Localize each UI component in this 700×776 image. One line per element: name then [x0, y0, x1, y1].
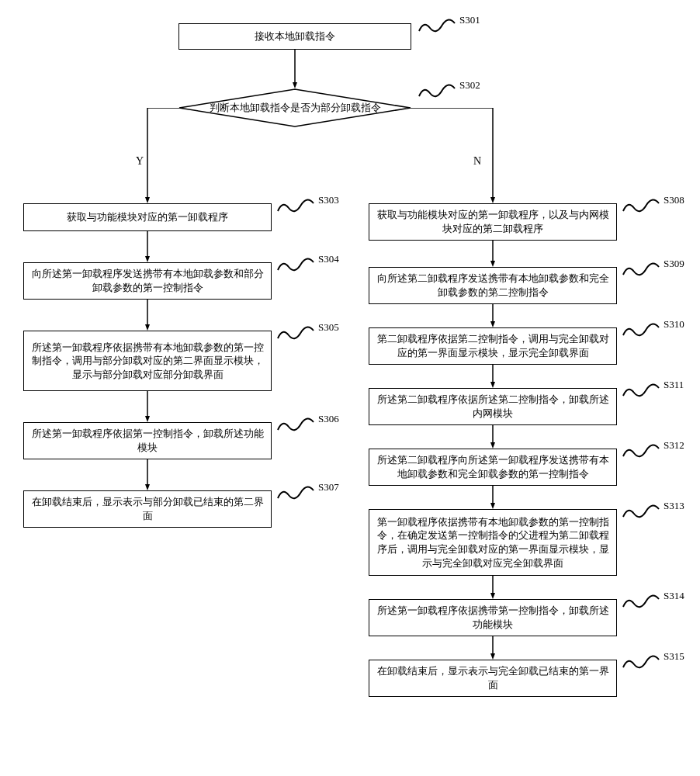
decision-s302: 判断本地卸载指令是否为部分卸载指令 — [178, 88, 411, 127]
svg-marker-4 — [490, 197, 495, 203]
squiggle-s315 — [622, 653, 660, 670]
step-s312: 所述第二卸载程序向所述第一卸载程序发送携带有本地卸载参数和完全卸载参数的第一控制… — [369, 449, 617, 486]
step-s314-text: 所述第一卸载程序依据携带第一控制指令，卸载所述功能模块 — [376, 604, 610, 631]
step-s312-text: 所述第二卸载程序向所述第一卸载程序发送携带有本地卸载参数和完全卸载参数的第一控制… — [376, 453, 610, 480]
step-s304-text: 向所述第一卸载程序发送携带有本地卸载参数和部分卸载参数的第一控制指令 — [30, 267, 265, 294]
squiggle-s303 — [276, 197, 315, 214]
step-s309: 向所述第二卸载程序发送携带有本地卸载参数和完全卸载参数的第二控制指令 — [369, 267, 617, 304]
step-s308: 获取与功能模块对应的第一卸载程序，以及与内网模块对应的第二卸载程序 — [369, 203, 617, 241]
svg-marker-1 — [293, 82, 297, 88]
svg-marker-20 — [490, 442, 495, 449]
label-s308: S308 — [664, 194, 684, 206]
label-s309: S309 — [664, 258, 684, 270]
label-s315: S315 — [664, 650, 684, 663]
label-s312: S312 — [664, 439, 684, 452]
squiggle-s310 — [622, 321, 660, 338]
label-s307: S307 — [318, 481, 339, 494]
label-s314: S314 — [664, 590, 684, 602]
label-s306: S306 — [318, 413, 339, 425]
svg-marker-6 — [145, 256, 150, 262]
squiggle-s308 — [622, 197, 660, 214]
step-s301-text: 接收本地卸载指令 — [255, 29, 335, 43]
step-s307: 在卸载结束后，显示表示与部分卸载已结束的第二界面 — [23, 490, 272, 528]
step-s309-text: 向所述第二卸载程序发送携带有本地卸载参数和完全卸载参数的第二控制指令 — [376, 272, 610, 299]
squiggle-s311 — [622, 382, 660, 399]
squiggle-s302 — [418, 82, 456, 99]
squiggle-s304 — [276, 256, 315, 273]
label-s310: S310 — [664, 318, 684, 331]
step-s303: 获取与功能模块对应的第一卸载程序 — [23, 203, 272, 231]
step-s308-text: 获取与功能模块对应的第一卸载程序，以及与内网模块对应的第二卸载程序 — [376, 208, 610, 235]
svg-marker-22 — [490, 503, 495, 509]
label-s302: S302 — [459, 79, 480, 92]
svg-marker-14 — [490, 261, 495, 267]
step-s310-text: 第二卸载程序依据第二控制指令，调用与完全卸载对应的第一界面显示模块，显示完全卸载… — [376, 332, 610, 359]
svg-marker-8 — [145, 324, 150, 331]
step-s305-text: 所述第一卸载程序依据携带有本地卸载参数的第一控制指令，调用与部分卸载对应的第二界… — [30, 341, 265, 382]
label-s305: S305 — [318, 321, 339, 334]
flowchart-canvas: 接收本地卸载指令 S301 判断本地卸载指令是否为部分卸载指令 S302 Y N… — [8, 8, 692, 768]
step-s301: 接收本地卸载指令 — [178, 23, 411, 50]
label-s311: S311 — [664, 379, 684, 391]
squiggle-s314 — [622, 593, 660, 610]
step-s313-text: 第一卸载程序依据携带有本地卸载参数的第一控制指令，在确定发送第一控制指令的父进程… — [376, 515, 610, 570]
label-s313: S313 — [664, 500, 684, 512]
step-s310: 第二卸载程序依据第二控制指令，调用与完全卸载对应的第一界面显示模块，显示完全卸载… — [369, 327, 617, 365]
step-s313: 第一卸载程序依据携带有本地卸载参数的第一控制指令，在确定发送第一控制指令的父进程… — [369, 509, 617, 576]
squiggle-s307 — [276, 484, 315, 501]
step-s311: 所述第二卸载程序依据所述第二控制指令，卸载所述内网模块 — [369, 388, 617, 425]
branch-no: N — [473, 155, 481, 168]
svg-marker-16 — [490, 321, 495, 327]
step-s311-text: 所述第二卸载程序依据所述第二控制指令，卸载所述内网模块 — [376, 393, 610, 420]
squiggle-s312 — [622, 442, 660, 459]
squiggle-s306 — [276, 416, 315, 433]
step-s306-text: 所述第一卸载程序依据第一控制指令，卸载所述功能模块 — [30, 427, 265, 454]
squiggle-s313 — [622, 503, 660, 520]
step-s315-text: 在卸载结束后，显示表示与完全卸载已结束的第一界面 — [376, 664, 610, 691]
squiggle-s305 — [276, 324, 315, 341]
step-s303-text: 获取与功能模块对应的第一卸载程序 — [67, 210, 228, 224]
svg-marker-24 — [490, 593, 495, 599]
step-s307-text: 在卸载结束后，显示表示与部分卸载已结束的第二界面 — [30, 495, 265, 522]
branch-yes: Y — [136, 155, 144, 168]
step-s315: 在卸载结束后，显示表示与完全卸载已结束的第一界面 — [369, 660, 617, 697]
label-s303: S303 — [318, 194, 339, 206]
svg-marker-12 — [145, 484, 150, 490]
label-s304: S304 — [318, 253, 339, 265]
svg-marker-18 — [490, 382, 495, 388]
step-s314: 所述第一卸载程序依据携带第一控制指令，卸载所述功能模块 — [369, 599, 617, 636]
svg-marker-10 — [145, 416, 150, 422]
svg-marker-3 — [145, 197, 150, 203]
step-s306: 所述第一卸载程序依据第一控制指令，卸载所述功能模块 — [23, 422, 272, 459]
svg-marker-26 — [490, 653, 495, 660]
squiggle-s301 — [418, 17, 456, 34]
step-s305: 所述第一卸载程序依据携带有本地卸载参数的第一控制指令，调用与部分卸载对应的第二界… — [23, 331, 272, 391]
label-s301: S301 — [459, 14, 480, 26]
step-s304: 向所述第一卸载程序发送携带有本地卸载参数和部分卸载参数的第一控制指令 — [23, 262, 272, 300]
squiggle-s309 — [622, 261, 660, 278]
decision-s302-text: 判断本地卸载指令是否为部分卸载指令 — [210, 101, 381, 115]
